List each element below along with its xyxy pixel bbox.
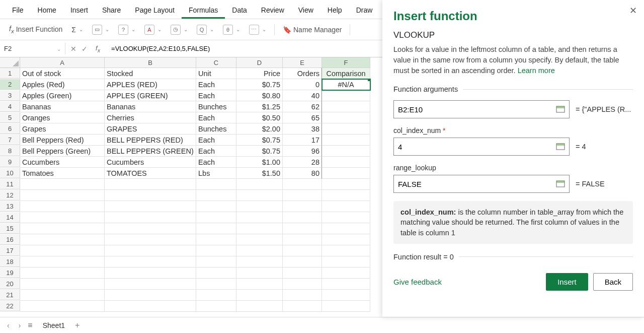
cell[interactable]: $0.80: [236, 90, 283, 101]
row-header-1[interactable]: 1: [0, 68, 20, 79]
cell[interactable]: $2.00: [236, 123, 283, 135]
cell[interactable]: [105, 301, 196, 312]
cell[interactable]: #N/A: [322, 79, 370, 90]
row-header-16[interactable]: 16: [0, 234, 20, 245]
ribbon-tab-home[interactable]: Home: [31, 3, 63, 17]
cell[interactable]: [105, 223, 196, 234]
cell[interactable]: 28: [283, 157, 322, 168]
cell[interactable]: 65: [283, 112, 322, 123]
cell[interactable]: $0.75: [236, 146, 283, 157]
cell[interactable]: Each: [196, 146, 236, 157]
cell[interactable]: [322, 90, 370, 101]
cell[interactable]: Unit: [196, 68, 236, 79]
range-picker-icon[interactable]: [556, 106, 565, 113]
cell[interactable]: [236, 268, 283, 279]
cell[interactable]: Bananas: [105, 101, 196, 112]
cell[interactable]: APPLES (GREEN): [105, 90, 196, 101]
table-array-input[interactable]: [393, 100, 570, 118]
cell[interactable]: [105, 179, 196, 190]
row-header-6[interactable]: 6: [0, 123, 20, 134]
cell[interactable]: 62: [283, 101, 322, 112]
fx-icon[interactable]: fx: [93, 44, 103, 53]
cell[interactable]: Orders: [283, 68, 322, 79]
cell[interactable]: [20, 256, 105, 268]
row-header-2[interactable]: 2: [0, 79, 20, 90]
select-all-corner[interactable]: [0, 57, 20, 68]
cell[interactable]: [105, 279, 196, 290]
logical-button[interactable]: ?: [115, 23, 138, 37]
col-header-A[interactable]: A: [20, 57, 105, 68]
cell[interactable]: [20, 268, 105, 279]
cell[interactable]: [20, 212, 105, 223]
cell[interactable]: [236, 179, 283, 190]
financial-button[interactable]: ▭: [89, 23, 112, 37]
col-header-F[interactable]: F: [322, 57, 370, 68]
row-header-18[interactable]: 18: [0, 256, 20, 267]
ribbon-tab-view[interactable]: View: [291, 3, 320, 17]
cell[interactable]: [20, 179, 105, 190]
cell[interactable]: [283, 245, 322, 256]
cell[interactable]: [283, 190, 322, 201]
cell[interactable]: [283, 290, 322, 301]
ribbon-tab-insert[interactable]: Insert: [63, 3, 95, 17]
cell[interactable]: [236, 256, 283, 268]
cell[interactable]: [196, 268, 236, 279]
cell[interactable]: [283, 301, 322, 312]
cell[interactable]: Tomatoes: [20, 168, 105, 179]
row-header-17[interactable]: 17: [0, 245, 20, 256]
ribbon-tab-draw[interactable]: Draw: [349, 3, 380, 17]
name-manager-button[interactable]: 🔖 Name Manager: [280, 24, 345, 36]
cell[interactable]: [20, 190, 105, 201]
cell[interactable]: BELL PEPPERS (GREEN): [105, 146, 196, 157]
sheet-tab[interactable]: Sheet1: [38, 319, 70, 331]
row-header-10[interactable]: 10: [0, 168, 20, 178]
cell[interactable]: $0.75: [236, 79, 283, 90]
insert-function-button[interactable]: fx Insert Function: [6, 23, 65, 36]
close-icon[interactable]: ✕: [629, 5, 637, 16]
ribbon-tab-help[interactable]: Help: [320, 3, 349, 17]
cell[interactable]: 40: [283, 90, 322, 101]
math-button[interactable]: θ: [220, 23, 243, 37]
cell[interactable]: Bell Peppers (Green): [20, 146, 105, 157]
row-header-9[interactable]: 9: [0, 157, 20, 167]
cell[interactable]: Out of stock: [20, 68, 105, 79]
name-box[interactable]: F2: [0, 43, 65, 54]
cell[interactable]: [105, 268, 196, 279]
ribbon-tab-share[interactable]: Share: [95, 3, 128, 17]
lookup-button[interactable]: Q: [194, 23, 217, 37]
learn-more-link[interactable]: Learn more: [518, 66, 555, 75]
cell[interactable]: Bananas: [20, 101, 105, 112]
cell[interactable]: GRAPES: [105, 123, 196, 135]
row-header-7[interactable]: 7: [0, 135, 20, 145]
text-button[interactable]: A: [141, 23, 165, 37]
cell[interactable]: Cucumbers: [20, 157, 105, 168]
row-header-12[interactable]: 12: [0, 190, 20, 201]
cell[interactable]: [196, 234, 236, 245]
cell[interactable]: [283, 201, 322, 212]
cell[interactable]: Oranges: [20, 112, 105, 123]
cell[interactable]: [196, 190, 236, 201]
cell[interactable]: [283, 279, 322, 290]
cell[interactable]: [196, 256, 236, 268]
give-feedback-link[interactable]: Give feedback: [393, 278, 442, 286]
col-header-C[interactable]: C: [196, 57, 236, 68]
cell[interactable]: [283, 212, 322, 223]
cell[interactable]: TOMATOES: [105, 168, 196, 179]
cell[interactable]: [322, 212, 370, 223]
cell[interactable]: [322, 201, 370, 212]
cell[interactable]: Apples (Red): [20, 79, 105, 90]
cell[interactable]: [322, 190, 370, 201]
cell[interactable]: [105, 245, 196, 256]
datetime-button[interactable]: ◷: [168, 23, 191, 37]
accept-icon[interactable]: ✓: [82, 45, 88, 53]
autosum-button[interactable]: Σ: [68, 24, 86, 36]
scroll-right-icon[interactable]: ›: [17, 320, 23, 330]
cell[interactable]: Price: [236, 68, 283, 79]
cell[interactable]: Bunches: [196, 123, 236, 135]
row-header-20[interactable]: 20: [0, 279, 20, 289]
cell[interactable]: [196, 223, 236, 234]
cell[interactable]: [20, 245, 105, 256]
cell[interactable]: [322, 135, 370, 146]
cell[interactable]: [322, 112, 370, 123]
cell[interactable]: [322, 301, 370, 312]
